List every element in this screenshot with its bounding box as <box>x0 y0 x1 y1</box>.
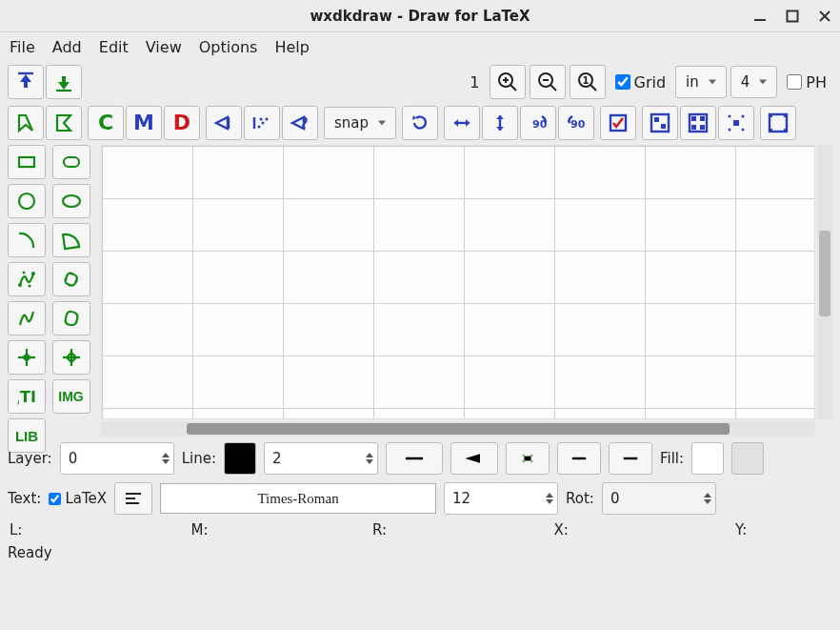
svg-rect-35 <box>733 120 739 126</box>
menu-help[interactable]: Help <box>274 38 309 56</box>
checkmark-button[interactable] <box>600 106 636 140</box>
group-button[interactable] <box>642 106 678 140</box>
properties-line-row: Layer: 0 Line: 2 Fill: <box>0 438 840 478</box>
letter-d-icon: D <box>173 112 190 133</box>
arrowhead-both-button[interactable] <box>506 442 550 475</box>
grid-checkbox[interactable] <box>615 74 630 90</box>
tool-node-open[interactable] <box>52 340 90 375</box>
svg-point-36 <box>729 115 731 118</box>
zoom-in-button[interactable] <box>490 65 526 99</box>
ungroup-button[interactable] <box>680 106 716 140</box>
scatter-group-button[interactable] <box>718 106 754 140</box>
svg-rect-1 <box>788 10 798 21</box>
ph-checkbox[interactable] <box>787 74 802 90</box>
status-bar: Ready <box>0 541 840 564</box>
flip-vertical-button[interactable] <box>482 106 518 140</box>
maximize-button[interactable] <box>785 9 800 24</box>
status-text: Ready <box>8 544 52 561</box>
svg-text:1: 1 <box>582 75 589 86</box>
svg-rect-41 <box>769 113 772 117</box>
move-mode-m-button[interactable]: M <box>126 106 162 140</box>
latex-checkbox-wrap[interactable]: LaTeX <box>49 490 107 507</box>
tool-node-filled[interactable] <box>8 340 46 375</box>
tool-circle[interactable] <box>8 184 46 218</box>
tool-rounded-rectangle[interactable] <box>52 145 90 179</box>
grid-unit-dropdown[interactable]: in <box>675 66 727 98</box>
window-title: wxdkdraw - Draw for LaTeX <box>310 8 530 25</box>
cursor-region-button[interactable] <box>46 106 82 140</box>
tool-image-insert[interactable]: IMG <box>52 379 90 414</box>
arrowhead-end-button[interactable] <box>450 442 498 475</box>
snap-dropdown[interactable]: snap <box>324 107 396 139</box>
svg-rect-44 <box>784 129 788 132</box>
tool-closed-spline-dots[interactable] <box>52 262 90 296</box>
svg-point-18 <box>258 126 261 129</box>
point-scatter-button[interactable] <box>244 106 280 140</box>
tool-rectangle[interactable] <box>8 145 46 179</box>
tool-closed-spline[interactable] <box>52 301 90 335</box>
latex-checkbox[interactable] <box>49 493 61 505</box>
menu-add[interactable]: Add <box>52 38 82 56</box>
svg-text:TI: TI <box>20 388 36 406</box>
ph-checkbox-wrap[interactable]: PH <box>781 73 832 91</box>
tool-open-spline-dots[interactable] <box>8 262 46 296</box>
zoom-100-button[interactable]: 1 <box>570 65 606 99</box>
line-cap-button[interactable] <box>557 442 601 475</box>
svg-line-11 <box>550 85 556 91</box>
minimize-button[interactable] <box>752 9 768 24</box>
point-tool-button[interactable] <box>206 106 242 140</box>
rotate-ccw-button[interactable]: 90 <box>558 106 594 140</box>
font-name-field[interactable]: Times-Roman <box>160 483 436 514</box>
line-style-button[interactable] <box>386 442 443 475</box>
text-label: Text: <box>8 490 41 507</box>
rotation-spinbox[interactable]: 0 <box>602 482 716 515</box>
tool-arc[interactable] <box>8 223 46 257</box>
layer-up-button[interactable] <box>8 65 44 99</box>
horizontal-scrollbar[interactable] <box>101 421 815 437</box>
delete-mode-d-button[interactable]: D <box>164 106 200 140</box>
line-join-button[interactable] <box>609 442 652 475</box>
fill-label: Fill: <box>660 450 684 467</box>
svg-point-37 <box>742 115 745 118</box>
rotate-cw-button[interactable]: 90 <box>520 106 556 140</box>
close-button[interactable] <box>817 9 832 24</box>
letter-m-icon: M <box>133 112 154 133</box>
svg-point-53 <box>64 278 67 281</box>
layer-down-button[interactable] <box>46 65 82 99</box>
font-size-spinbox[interactable]: 12 <box>444 482 558 515</box>
menu-edit[interactable]: Edit <box>99 38 129 56</box>
coord-x: X: <box>554 521 736 539</box>
grid-checkbox-wrap[interactable]: Grid <box>610 73 672 91</box>
svg-rect-31 <box>691 116 696 121</box>
svg-rect-32 <box>700 116 705 121</box>
toolbar-second: C M D snap 90 <box>0 103 840 143</box>
drawing-canvas[interactable] <box>101 145 815 419</box>
flip-horizontal-button[interactable] <box>444 106 480 140</box>
grid-subdiv-dropdown[interactable]: 4 <box>730 66 778 98</box>
tool-arc-chord[interactable] <box>52 223 90 257</box>
tool-text-insert[interactable]: TI <box>8 379 46 414</box>
menu-view[interactable]: View <box>146 38 182 56</box>
vertical-scrollbar[interactable] <box>817 145 832 419</box>
refresh-button[interactable] <box>402 106 438 140</box>
cursor-tool-button[interactable] <box>8 106 44 140</box>
fill-color-well[interactable] <box>691 442 724 475</box>
svg-rect-43 <box>769 129 772 132</box>
svg-rect-34 <box>700 125 705 130</box>
select-all-button[interactable] <box>760 106 796 140</box>
zoom-out-button[interactable] <box>530 65 566 99</box>
line-width-spinbox[interactable]: 2 <box>264 442 378 475</box>
copy-mode-c-button[interactable]: C <box>88 106 124 140</box>
tool-open-spline[interactable] <box>8 301 46 335</box>
fill-pattern-button[interactable] <box>731 442 764 475</box>
svg-point-21 <box>260 118 263 121</box>
menu-options[interactable]: Options <box>199 38 258 56</box>
svg-point-54 <box>70 273 72 275</box>
text-align-button[interactable] <box>114 482 152 515</box>
point-wave-button[interactable] <box>282 106 318 140</box>
tool-ellipse[interactable] <box>52 184 90 218</box>
menu-file[interactable]: File <box>10 38 35 56</box>
layer-spinbox[interactable]: 0 <box>60 442 174 475</box>
line-color-well[interactable] <box>224 442 256 475</box>
zoom-value: 1 <box>464 73 485 91</box>
